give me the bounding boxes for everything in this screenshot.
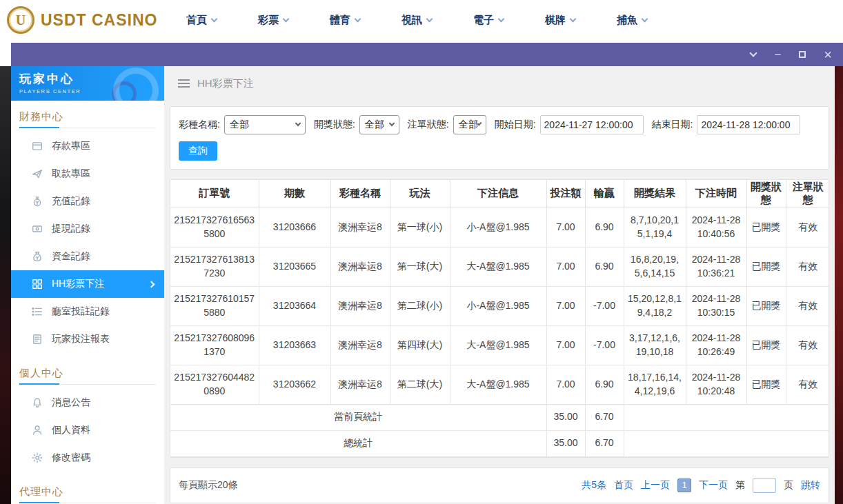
query-button[interactable]: 查詢 xyxy=(179,141,217,161)
next-page-link[interactable]: 下一页 xyxy=(699,479,728,492)
chevron-down-icon xyxy=(211,15,218,22)
sidebar-item-label: 玩家投注報表 xyxy=(52,333,110,345)
nav-item-視訊[interactable]: 視訊 xyxy=(381,14,453,27)
nav-item-label: 棋牌 xyxy=(545,14,566,27)
table-cell: 已開獎 xyxy=(746,286,786,325)
sidebar-item-個人資料[interactable]: 個人資料 xyxy=(11,416,164,444)
end-date-input[interactable] xyxy=(697,115,800,134)
logo-text: USDT CASINO xyxy=(41,11,157,30)
sidebar-item-group: 消息公告個人資料修改密碼 xyxy=(11,385,164,476)
table-cell: 2152173276165635800 xyxy=(170,208,259,247)
column-header-注單狀態: 注單狀態 xyxy=(786,180,829,208)
jump-link[interactable]: 跳转 xyxy=(801,479,820,492)
pager-controls: 共5条 首页 上一页 1 下一页 第 页 跳转 xyxy=(582,478,820,493)
table-cell: 7.00 xyxy=(546,286,585,325)
column-header-開獎結果: 開獎結果 xyxy=(624,180,686,208)
background-photo-right xyxy=(835,66,843,504)
desktop-background: − × 玩家中心 PLAYERS CENTER 財務中心存款專區取款專區充值記錄… xyxy=(0,40,843,504)
nav-item-體育[interactable]: 體育 xyxy=(309,14,381,27)
table-cell: 2152173276138137230 xyxy=(170,247,259,286)
main-content: HH彩票下注 彩種名稱: 全部 開獎狀態: 全部 注單狀態: xyxy=(164,66,835,504)
nav-item-label: 彩票 xyxy=(258,14,279,27)
order-status-value: 全部 xyxy=(459,119,478,131)
table-cell: 澳洲幸运8 xyxy=(330,247,390,286)
sidebar-item-提現記錄[interactable]: 提現記錄 xyxy=(11,215,164,243)
table-cell: 2152173276080961370 xyxy=(170,325,259,365)
column-header-投注額: 投注額 xyxy=(546,180,585,208)
table-cell: 澳洲幸运8 xyxy=(330,325,390,365)
sidebar-item-label: 消息公告 xyxy=(52,396,90,409)
nav-item-棋牌[interactable]: 棋牌 xyxy=(524,14,596,27)
sidebar-item-資金記錄[interactable]: 資金記錄 xyxy=(11,243,164,270)
recharge-icon xyxy=(32,196,43,207)
table-cell: 已開獎 xyxy=(746,208,786,247)
sidebar-item-取款專區[interactable]: 取款專區 xyxy=(11,160,164,188)
sidebar-section-title: 財務中心 xyxy=(19,110,156,128)
summary-empty-cell xyxy=(624,430,829,456)
content-header: HH彩票下注 xyxy=(164,66,835,101)
table-cell: 18,17,16,14,4,12,19,6 xyxy=(624,365,686,404)
bets-table-card: 訂單號期數彩種名稱玩法下注信息投注額輸贏開獎結果下注時間開獎狀態注單狀態 215… xyxy=(170,179,829,458)
close-icon[interactable]: × xyxy=(824,48,832,61)
table-cell: 小-A盤@1.985 xyxy=(450,208,546,247)
nav-item-首頁[interactable]: 首頁 xyxy=(166,14,237,27)
nav-item-捕魚[interactable]: 捕魚 xyxy=(596,14,668,27)
nav-item-電子[interactable]: 電子 xyxy=(453,14,524,27)
table-cell: 已開獎 xyxy=(746,247,786,286)
sidebar-item-HH彩票下注[interactable]: HH彩票下注 xyxy=(11,270,164,298)
app-window: 玩家中心 PLAYERS CENTER 財務中心存款專區取款專區充值記錄提現記錄… xyxy=(11,66,843,504)
pagination-bar: 每頁顯示20條 共5条 首页 上一页 1 下一页 第 页 跳转 xyxy=(170,467,829,503)
sidebar-item-充值記錄[interactable]: 充值記錄 xyxy=(11,188,164,215)
table-cell: 澳洲幸运8 xyxy=(330,208,390,247)
sidebar-title: 玩家中心 xyxy=(19,71,164,87)
nav-item-彩票[interactable]: 彩票 xyxy=(237,14,309,27)
sidebar-subtitle: PLAYERS CENTER xyxy=(19,88,164,94)
start-date-input[interactable] xyxy=(540,115,644,134)
table-row: 215217327608096137031203663澳洲幸运8第四球(大)大-… xyxy=(170,325,829,365)
table-cell: 2152173276101575880 xyxy=(170,286,259,325)
prev-page-link[interactable]: 上一页 xyxy=(641,479,670,492)
sidebar-item-存款專區[interactable]: 存款專區 xyxy=(11,132,164,160)
chevron-down-icon xyxy=(426,15,433,22)
order-status-select[interactable]: 全部 xyxy=(453,115,486,134)
withdraw-icon xyxy=(32,168,43,179)
sidebar-item-修改密碼[interactable]: 修改密碼 xyxy=(11,444,164,472)
column-header-下注時間: 下注時間 xyxy=(686,180,746,208)
table-cell: 16,8,20,19,5,6,14,15 xyxy=(624,247,686,286)
page-number-input[interactable] xyxy=(753,478,776,493)
table-cell: 小-A盤@1.985 xyxy=(450,286,546,325)
page-title: HH彩票下注 xyxy=(197,77,254,90)
top-navigation: U USDT CASINO 首頁彩票體育視訊電子棋牌捕魚 xyxy=(0,0,843,40)
table-cell: 7.00 xyxy=(546,325,585,365)
column-header-訂單號: 訂單號 xyxy=(170,180,259,208)
chevron-down-icon xyxy=(642,15,648,22)
draw-status-select[interactable]: 全部 xyxy=(359,115,399,134)
table-cell: 2024-11-28 10:36:21 xyxy=(686,247,746,286)
table-cell: 大-A盤@1.985 xyxy=(450,247,546,286)
table-cell: 大-A盤@1.985 xyxy=(450,365,546,404)
draw-status-label: 開獎狀態: xyxy=(314,119,355,131)
table-cell: 31203663 xyxy=(259,325,330,365)
maximize-icon[interactable] xyxy=(799,51,806,58)
sidebar-item-玩家投注報表[interactable]: 玩家投注報表 xyxy=(11,325,164,353)
sidebar-item-消息公告[interactable]: 消息公告 xyxy=(11,389,164,416)
collapse-window-icon[interactable] xyxy=(751,53,756,56)
logo[interactable]: U USDT CASINO xyxy=(0,6,166,34)
current-page[interactable]: 1 xyxy=(677,478,691,492)
summary-label: 當前頁統計 xyxy=(170,404,546,430)
table-header-row: 訂單號期數彩種名稱玩法下注信息投注額輸贏開獎結果下注時間開獎狀態注單狀態 xyxy=(170,180,829,208)
table-cell: 有效 xyxy=(786,247,829,286)
end-date-label: 結束日期: xyxy=(652,119,693,131)
first-page-link[interactable]: 首页 xyxy=(614,479,633,492)
table-cell: 第二球(小) xyxy=(390,286,450,325)
summary-bet-total: 35.00 xyxy=(546,404,585,430)
menu-toggle-icon[interactable] xyxy=(178,79,190,88)
sidebar-item-廳室投註記錄[interactable]: 廳室投註記錄 xyxy=(11,298,164,325)
page-jump-prefix: 第 xyxy=(735,479,745,492)
lottery-name-select[interactable]: 全部 xyxy=(224,115,306,134)
minimize-icon[interactable]: − xyxy=(774,49,781,61)
table-cell: 大-A盤@1.985 xyxy=(450,325,546,365)
table-cell: 7.00 xyxy=(546,208,585,247)
column-header-期數: 期數 xyxy=(259,180,330,208)
nav-item-label: 視訊 xyxy=(401,14,422,27)
